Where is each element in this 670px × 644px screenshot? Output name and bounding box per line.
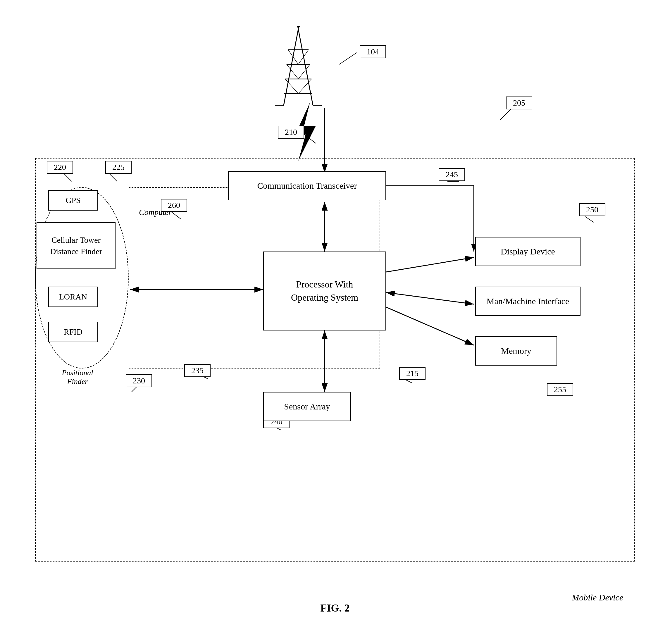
svg-point-37	[297, 26, 300, 28]
svg-line-30	[288, 50, 298, 64]
ref-255: 255	[547, 383, 573, 396]
display-device-box: Display Device	[475, 237, 580, 266]
computer-label: Computer	[139, 207, 172, 217]
figure-caption: FIG. 2	[320, 602, 349, 614]
ref-235: 235	[184, 364, 211, 377]
svg-line-31	[298, 50, 309, 64]
man-machine-interface-box: Man/Machine Interface	[475, 286, 580, 316]
gps-box: GPS	[48, 190, 98, 211]
svg-line-33	[298, 64, 310, 79]
ref-220: 220	[47, 161, 73, 174]
loran-box: LORAN	[48, 286, 98, 307]
rfid-box: RFID	[48, 322, 98, 342]
svg-line-3	[339, 53, 357, 64]
communication-transceiver-box: Communication Transceiver	[228, 171, 386, 200]
sensor-array-box: Sensor Array	[263, 392, 351, 421]
ref-245: 245	[439, 168, 465, 181]
ref-225: 225	[105, 161, 132, 174]
cellular-tower-distance-finder-box: Cellular Tower Distance Finder	[37, 222, 116, 269]
ref-215: 215	[399, 367, 426, 380]
ref-250: 250	[579, 203, 605, 216]
ref-230: 230	[126, 374, 152, 387]
ref-205: 205	[506, 96, 532, 109]
mobile-device-label: Mobile Device	[572, 592, 623, 603]
ref-104: 104	[360, 45, 386, 58]
svg-line-32	[286, 64, 298, 79]
cellular-tower-icon	[269, 26, 327, 108]
processor-box: Processor With Operating System	[263, 252, 386, 331]
ref-210: 210	[278, 126, 304, 139]
positional-finder-label: Positional Finder	[41, 368, 114, 386]
memory-box: Memory	[475, 336, 557, 365]
